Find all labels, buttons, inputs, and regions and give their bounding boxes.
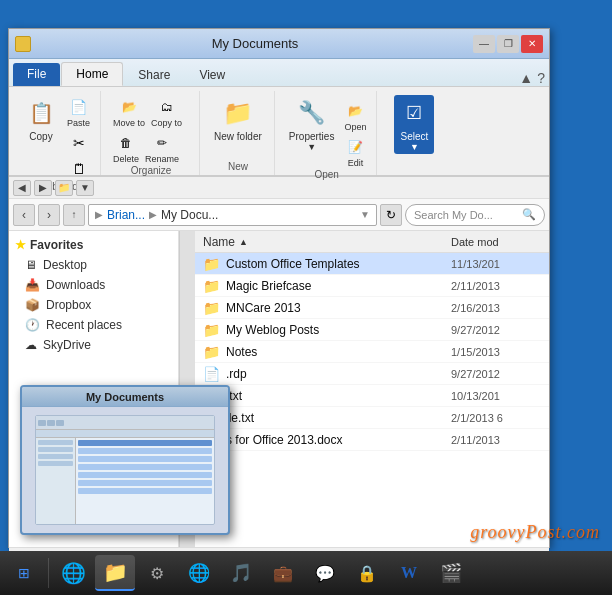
clipboard-items: 📋 Copy 📄 Paste ✂ 🗒 xyxy=(21,91,92,181)
address-chevron2: ▶ xyxy=(149,209,157,220)
new-folder-button[interactable]: 📁 New folder xyxy=(210,95,266,144)
move-to-btn[interactable]: 📂 Move to xyxy=(111,95,147,129)
taskbar-chrome[interactable]: 🌐 xyxy=(179,555,219,591)
close-button[interactable]: ✕ xyxy=(521,35,543,53)
folder-icon-2: 📁 xyxy=(203,300,220,316)
search-icon[interactable]: 🔍 xyxy=(522,208,536,221)
column-date[interactable]: Date mod xyxy=(451,236,541,248)
paste-sub1[interactable]: ✂ xyxy=(65,131,92,155)
thumb-sidebar xyxy=(36,438,76,524)
thumb-main xyxy=(76,438,214,524)
open-items: 🔧 Properties ▼ 📂 Open 📝 Edit xyxy=(285,91,369,169)
folder-icon-1: 📁 xyxy=(203,278,220,294)
search-bar[interactable]: Search My Do... 🔍 xyxy=(405,204,545,226)
select-icon: ☑ xyxy=(398,97,430,129)
file-row-3[interactable]: 📁 My Weblog Posts 9/27/2012 xyxy=(195,319,549,341)
select-label xyxy=(413,161,416,175)
ribbon-help-icon[interactable]: ▲ xyxy=(519,70,533,86)
column-name[interactable]: Name ▲ xyxy=(203,235,451,249)
file-row-6[interactable]: 📄 .txt 10/13/201 xyxy=(195,385,549,407)
favorites-header[interactable]: ★ Favorites xyxy=(9,235,178,255)
file-name-5: .rdp xyxy=(226,367,445,381)
sidebar-item-downloads[interactable]: 📥 Downloads xyxy=(9,275,178,295)
ribbon-tabs: File Home Share View ▲ ? xyxy=(9,59,549,87)
taskbar-ie[interactable]: 🌐 xyxy=(53,555,93,591)
file-row-4[interactable]: 📁 Notes 1/15/2013 xyxy=(195,341,549,363)
ribbon: 📋 Copy 📄 Paste ✂ 🗒 Clipboard xyxy=(9,87,549,177)
select-button[interactable]: ☑ Select ▼ xyxy=(394,95,434,154)
copy-to-btn[interactable]: 🗂 Copy to xyxy=(149,95,184,129)
taskbar-skype[interactable]: 💬 xyxy=(305,555,345,591)
sidebar-item-recent[interactable]: 🕐 Recent places xyxy=(9,315,178,335)
taskbar-start[interactable]: ⊞ xyxy=(4,555,44,591)
title-bar: My Documents — ❐ ✕ xyxy=(9,29,549,59)
paste-sub2[interactable]: 🗒 xyxy=(65,157,92,181)
minimize-button[interactable]: — xyxy=(473,35,495,53)
file-row-2[interactable]: 📁 MNCare 2013 2/16/2013 xyxy=(195,297,549,319)
taskbar-explorer[interactable]: 📁 xyxy=(95,555,135,591)
ribbon-question-icon[interactable]: ? xyxy=(537,70,545,86)
thumbnail-title: My Documents xyxy=(22,387,228,407)
sidebar-item-label-desktop: Desktop xyxy=(43,258,87,272)
maximize-button[interactable]: ❐ xyxy=(497,35,519,53)
window-title: My Documents xyxy=(37,36,473,51)
taskbar-settings[interactable]: ⚙ xyxy=(137,555,177,591)
qa-back-btn[interactable]: ◀ xyxy=(13,180,31,196)
properties-icon: 🔧 xyxy=(296,97,328,129)
delete-btn[interactable]: 🗑 Delete xyxy=(111,131,141,165)
window-icon xyxy=(15,36,31,52)
nav-bar: ‹ › ↑ ▶ Brian... ▶ My Docu... ▼ ↻ Search… xyxy=(9,199,549,231)
address-segment-2: My Docu... xyxy=(161,208,218,222)
qa-folder-btn[interactable]: 📁 xyxy=(55,180,73,196)
file-row-8[interactable]: 📄 s for Office 2013.docx 2/11/2013 xyxy=(195,429,549,451)
file-row-7[interactable]: 📄 ile.txt 2/1/2013 6 xyxy=(195,407,549,429)
paste-icon: 📄 xyxy=(68,96,90,118)
file-name-1: Magic Briefcase xyxy=(226,279,445,293)
sidebar-item-skydrive[interactable]: ☁ SkyDrive xyxy=(9,335,178,355)
taskbar-word[interactable]: W xyxy=(389,555,429,591)
organize-items: 📂 Move to 🗂 Copy to 🗑 Delete ✏ Rename xyxy=(111,91,191,165)
refresh-button[interactable]: ↻ xyxy=(380,204,402,226)
thumb-body xyxy=(36,438,214,524)
copy-button[interactable]: 📋 Copy xyxy=(21,95,61,144)
file-date-7: 2/1/2013 6 xyxy=(451,412,541,424)
new-label: New xyxy=(228,161,248,175)
file-date-2: 2/16/2013 xyxy=(451,302,541,314)
sidebar-item-label-recent: Recent places xyxy=(46,318,122,332)
taskbar-lastpass[interactable]: 🔒 xyxy=(347,555,387,591)
organize-label: Organize xyxy=(131,165,172,179)
file-row-0[interactable]: 📁 Custom Office Templates 11/13/201 xyxy=(195,253,549,275)
rename-btn[interactable]: ✏ Rename xyxy=(143,131,181,165)
open-btn[interactable]: 📂 Open xyxy=(342,99,368,133)
edit-btn[interactable]: 📝 Edit xyxy=(342,135,368,169)
taskbar-media[interactable]: 🎵 xyxy=(221,555,261,591)
qa-dropdown-btn[interactable]: ▼ xyxy=(76,180,94,196)
taskbar-outlook[interactable]: 💼 xyxy=(263,555,303,591)
paste-button[interactable]: 📄 Paste xyxy=(65,95,92,129)
tab-home[interactable]: Home xyxy=(61,62,123,86)
back-button[interactable]: ‹ xyxy=(13,204,35,226)
file-row-5[interactable]: 📄 .rdp 9/27/2012 xyxy=(195,363,549,385)
copy-icon: 📋 xyxy=(25,97,57,129)
address-segment-1[interactable]: Brian... xyxy=(107,208,145,222)
address-bar[interactable]: ▶ Brian... ▶ My Docu... ▼ xyxy=(88,204,377,226)
address-dropdown[interactable]: ▼ xyxy=(360,209,370,220)
taskbar-vlc[interactable]: 🎬 xyxy=(431,555,471,591)
favorites-label: Favorites xyxy=(30,238,83,252)
sidebar-item-dropbox[interactable]: 📦 Dropbox xyxy=(9,295,178,315)
select-items: ☑ Select ▼ xyxy=(394,91,434,161)
file-row-1[interactable]: 📁 Magic Briefcase 2/11/2013 xyxy=(195,275,549,297)
file-name-6: .txt xyxy=(226,389,445,403)
tab-share[interactable]: Share xyxy=(124,64,184,86)
file-name-2: MNCare 2013 xyxy=(226,301,445,315)
copy-path-icon: 🗒 xyxy=(68,158,90,180)
up-button[interactable]: ↑ xyxy=(63,204,85,226)
tab-view[interactable]: View xyxy=(185,64,239,86)
forward-button[interactable]: › xyxy=(38,204,60,226)
new-items: 📁 New folder xyxy=(210,91,266,161)
file-list: Name ▲ Date mod 📁 Custom Office Template… xyxy=(195,231,549,547)
properties-button[interactable]: 🔧 Properties ▼ xyxy=(285,95,339,154)
qa-forward-btn[interactable]: ▶ xyxy=(34,180,52,196)
sidebar-item-desktop[interactable]: 🖥 Desktop xyxy=(9,255,178,275)
tab-file[interactable]: File xyxy=(13,63,60,86)
